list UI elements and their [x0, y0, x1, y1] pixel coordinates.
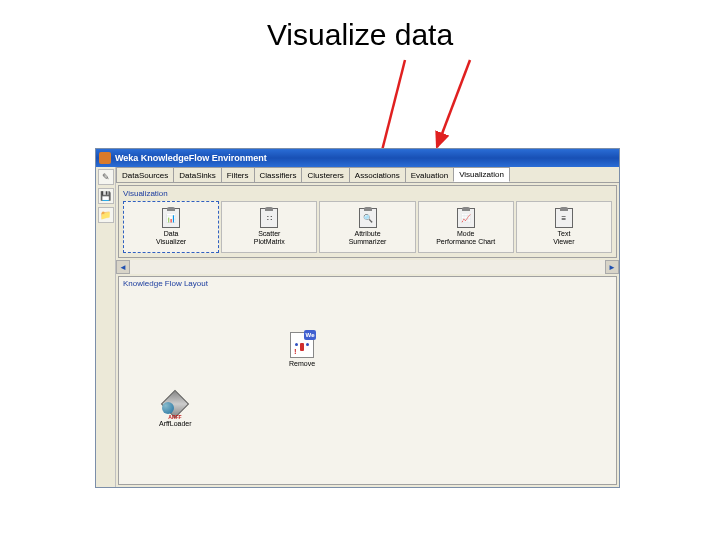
scroll-right-button[interactable]: ►: [605, 260, 619, 274]
node-label: ArffLoader: [159, 420, 192, 427]
node-arff-loader[interactable]: ARFF ArffLoader: [159, 392, 192, 427]
viz-item-label: Viewer: [553, 238, 574, 246]
tab-datasinks[interactable]: DataSinks: [173, 167, 221, 182]
text-viewer-icon: ≡: [555, 208, 573, 228]
toolbar-edit-button[interactable]: ✎: [98, 169, 114, 185]
flow-layout-panel[interactable]: Knowledge Flow Layout ARFF ArffLoader We…: [118, 276, 617, 485]
viz-item-label: Mode: [457, 230, 475, 238]
viz-item-label: PlotMatrix: [254, 238, 285, 246]
viz-item-label: Attribute: [354, 230, 380, 238]
viz-item-label: Data: [164, 230, 179, 238]
viz-item-label: Performance Chart: [436, 238, 495, 246]
performance-chart-icon: 📈: [457, 208, 475, 228]
viz-item-label: Summarizer: [349, 238, 387, 246]
window-title: Weka KnowledgeFlow Environment: [115, 153, 267, 163]
tab-filters[interactable]: Filters: [221, 167, 255, 182]
viz-item-performance-chart[interactable]: 📈 Mode Performance Chart: [418, 201, 514, 253]
toolbar-save-button[interactable]: 💾: [98, 188, 114, 204]
tab-evaluation[interactable]: Evaluation: [405, 167, 454, 182]
viz-item-label: Text: [557, 230, 570, 238]
app-window: Weka KnowledgeFlow Environment ✎ 💾 📁 Dat…: [95, 148, 620, 488]
viz-item-label: Scatter: [258, 230, 280, 238]
viz-item-attribute-summarizer[interactable]: 🔍 Attribute Summarizer: [319, 201, 415, 253]
tab-visualization[interactable]: Visualization: [453, 167, 510, 182]
titlebar: Weka KnowledgeFlow Environment: [96, 149, 619, 167]
tab-datasources[interactable]: DataSources: [116, 167, 174, 182]
tab-associations[interactable]: Associations: [349, 167, 406, 182]
viz-item-data-visualizer[interactable]: 📊 Data Visualizer: [123, 201, 219, 253]
scroll-track[interactable]: [130, 260, 605, 274]
remove-filter-icon: We !: [290, 332, 314, 358]
palette-scrollbar: ◄ ►: [116, 260, 619, 274]
scroll-left-button[interactable]: ◄: [116, 260, 130, 274]
node-remove[interactable]: We ! Remove: [289, 332, 315, 367]
svg-line-2: [437, 60, 470, 147]
tab-bar: DataSources DataSinks Filters Classifier…: [116, 167, 619, 183]
arff-loader-icon: ARFF: [162, 392, 188, 418]
viz-item-scatter-plot[interactable]: ∷ Scatter PlotMatrix: [221, 201, 317, 253]
node-label: Remove: [289, 360, 315, 367]
slide-title: Visualize data: [0, 0, 720, 52]
attribute-summarizer-icon: 🔍: [359, 208, 377, 228]
tab-classifiers[interactable]: Classifiers: [254, 167, 303, 182]
viz-item-text-viewer[interactable]: ≡ Text Viewer: [516, 201, 612, 253]
app-icon: [99, 152, 111, 164]
flow-layout-title: Knowledge Flow Layout: [119, 277, 616, 290]
left-toolbar: ✎ 💾 📁: [96, 167, 116, 487]
data-visualizer-icon: 📊: [162, 208, 180, 228]
visualization-panel: Visualization 📊 Data Visualizer ∷ Scatte…: [118, 185, 617, 258]
tab-clusterers[interactable]: Clusterers: [301, 167, 349, 182]
toolbar-open-button[interactable]: 📁: [98, 207, 114, 223]
visualization-panel-title: Visualization: [121, 188, 614, 199]
viz-item-label: Visualizer: [156, 238, 186, 246]
scatter-plot-icon: ∷: [260, 208, 278, 228]
